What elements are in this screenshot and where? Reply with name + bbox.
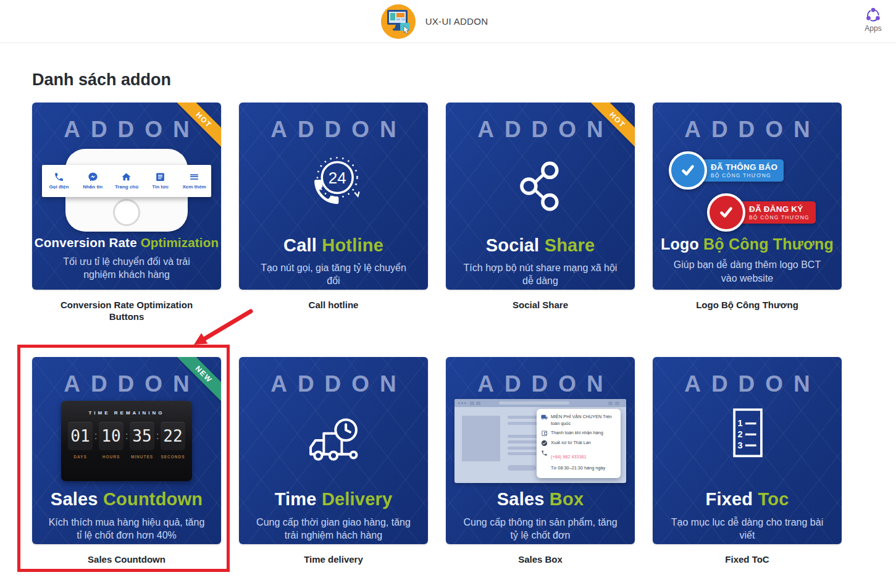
addon-card-fixed-toc: ADDON 1 2 3 Fixed Toc Tạo mục lục dễ bbox=[653, 357, 842, 566]
apps-button[interactable]: Apps bbox=[864, 6, 882, 33]
svg-text:2: 2 bbox=[737, 429, 742, 439]
numbered-list-document-icon: 1 2 3 bbox=[719, 406, 776, 466]
tile-description: Tối ưu tỉ lệ chuyển đổi và trải nghiệm k… bbox=[32, 255, 221, 281]
app-header: UX-UI ADDON Apps bbox=[0, 0, 896, 43]
addon-card-time-delivery: ADDON bbox=[239, 357, 428, 566]
tile-title: Call Hotline bbox=[239, 235, 428, 256]
main-content: Danh sách addon HOT ADDON Gọi điện bbox=[0, 43, 896, 565]
tile-title: Sales Box bbox=[446, 489, 635, 510]
tile-brand-text: ADDON bbox=[239, 117, 428, 143]
sales-box-row-phone: (+84) 982 433361 Từ 08:30–21:30 hàng ngà… bbox=[541, 450, 616, 472]
tile-brand-text: ADDON bbox=[446, 372, 635, 397]
toolbar-item-news: Tin tức bbox=[143, 165, 177, 197]
addon-card-logo-bct: ADDON ĐÃ THÔNG BÁO BỘ CÔNG THƯƠNG bbox=[653, 103, 842, 323]
addon-caption: Fixed ToC bbox=[670, 554, 824, 566]
addon-card-conversion-rate: HOT ADDON Gọi điện Nhắn tin bbox=[32, 103, 221, 323]
toolbar-item-more: Xem thêm bbox=[177, 165, 211, 197]
tile-brand-text: ADDON bbox=[239, 372, 428, 397]
tile-title: Time Delivery bbox=[239, 489, 428, 510]
addon-card-social-share: HOT ADDON Social Share Tích hợp bộ nút s… bbox=[446, 103, 635, 323]
sales-box-row-payment: Thanh toán khi nhận hàng bbox=[541, 430, 616, 437]
news-icon bbox=[155, 172, 165, 182]
countdown-illustration: TIME REMAINING 01 : 10 : 35 : 22 DAYS bbox=[32, 398, 221, 489]
fixed-toc-illustration: 1 2 3 bbox=[653, 398, 842, 489]
tile-brand-text: ADDON bbox=[653, 117, 842, 143]
check-circle-icon bbox=[541, 440, 548, 447]
addon-caption: Social Share bbox=[463, 300, 618, 311]
addon-tile-fixed-toc[interactable]: ADDON 1 2 3 Fixed Toc Tạo mục lục dễ bbox=[653, 357, 842, 544]
phone-24h-icon: 24 bbox=[301, 154, 366, 218]
tile-title: Logo Bộ Công Thương bbox=[653, 235, 842, 253]
app-brand: UX-UI ADDON bbox=[381, 4, 488, 39]
tile-description: Cung cấp thông tin sản phẩm, tăng tỷ lệ … bbox=[446, 516, 635, 542]
svg-text:24: 24 bbox=[329, 169, 346, 187]
addon-tile-call-hotline[interactable]: ADDON 24 Call Hotline Tạo nút gọi, gia t… bbox=[239, 103, 428, 290]
addon-caption: Sales Box bbox=[463, 554, 618, 566]
phone-home-button bbox=[113, 199, 140, 226]
addon-gallery-page: { "header": { "title": "UX-UI ADDON", "a… bbox=[0, 0, 896, 588]
menu-icon bbox=[189, 172, 199, 182]
hotline-number: (+84) 982 433361 bbox=[551, 454, 587, 460]
time-delivery-illustration bbox=[239, 398, 428, 489]
addon-caption: Conversion Rate Optimization Buttons bbox=[49, 300, 204, 323]
working-hours: Từ 08:30–21:30 hàng ngày bbox=[551, 465, 605, 471]
tile-title: Fixed Toc bbox=[653, 489, 842, 510]
call-hotline-illustration: 24 bbox=[239, 144, 428, 235]
cro-toolbar: Gọi điện Nhắn tin Trang chủ Tin tức bbox=[42, 165, 211, 197]
addon-card-sales-countdown: NEW ADDON TIME REMAINING 01 : 10 : 35 : … bbox=[32, 357, 221, 566]
sales-box-row-origin: Xuất xứ từ Thái Lan bbox=[541, 440, 616, 447]
countdown-digits: 01 : 10 : 35 : 22 bbox=[61, 422, 192, 450]
bct-badge-registered: ĐÃ ĐĂNG KÝ BỘ CÔNG THƯƠNG bbox=[707, 193, 816, 232]
addon-caption: Logo Bộ Công Thương bbox=[670, 300, 824, 311]
tile-title: Sales Countdown bbox=[32, 489, 221, 510]
toolbar-item-message: Nhắn tin bbox=[76, 165, 110, 197]
browser-toolbar bbox=[454, 399, 626, 407]
check-circle-icon bbox=[669, 151, 707, 190]
addon-caption: Time delivery bbox=[256, 554, 411, 566]
bct-illustration: ĐÃ THÔNG BÁO BỘ CÔNG THƯƠNG ĐÃ ĐĂNG KÝ B… bbox=[653, 144, 842, 235]
sales-box-illustration: MIỄN PHÍ VẬN CHUYỂN Trên toàn quốc Thanh… bbox=[446, 398, 635, 489]
tile-description: Giúp bạn dễ dàng thêm logo BCT vào websi… bbox=[653, 258, 842, 284]
addon-tile-social-share[interactable]: HOT ADDON Social Share Tích hợp bộ nút s… bbox=[446, 103, 635, 290]
product-image-placeholder bbox=[462, 416, 500, 461]
toolbar-item-home: Trang chủ bbox=[110, 165, 144, 197]
addon-tile-logo-bct[interactable]: ADDON ĐÃ THÔNG BÁO BỘ CÔNG THƯƠNG bbox=[653, 103, 842, 290]
toolbar-item-call: Gọi điện bbox=[42, 165, 76, 197]
countdown-panel: TIME REMAINING 01 : 10 : 35 : 22 DAYS bbox=[61, 401, 192, 481]
addon-caption: Call hotline bbox=[256, 300, 411, 311]
home-icon bbox=[121, 172, 132, 182]
app-title: UX-UI ADDON bbox=[425, 16, 488, 27]
addon-tile-time-delivery[interactable]: ADDON bbox=[239, 357, 428, 544]
delivery-truck-clock-icon bbox=[299, 411, 368, 469]
tile-description: Tích hợp bộ nút share mạng xã hội dễ dàn… bbox=[446, 261, 635, 287]
countdown-heading: TIME REMAINING bbox=[61, 410, 192, 416]
browser-mockup: MIỄN PHÍ VẬN CHUYỂN Trên toàn quốc Thanh… bbox=[454, 399, 626, 483]
svg-text:3: 3 bbox=[737, 440, 742, 450]
tile-title: Social Share bbox=[446, 235, 635, 256]
addon-tile-conversion-rate[interactable]: HOT ADDON Gọi điện Nhắn tin bbox=[32, 103, 221, 290]
addon-caption: Sales Countdown bbox=[49, 554, 204, 566]
social-share-illustration bbox=[446, 144, 635, 235]
page-title: Danh sách addon bbox=[32, 70, 896, 90]
tile-description: Kích thích mua hàng hiệu quả, tăng tỉ lệ… bbox=[32, 516, 221, 542]
messenger-icon bbox=[88, 172, 98, 182]
phone-icon bbox=[54, 172, 64, 182]
cro-illustration: Gọi điện Nhắn tin Trang chủ Tin tức bbox=[32, 144, 221, 235]
apps-icon bbox=[864, 6, 882, 24]
svg-text:1: 1 bbox=[737, 419, 742, 429]
sales-box-row-shipping: MIỄN PHÍ VẬN CHUYỂN Trên toàn quốc bbox=[541, 414, 616, 427]
tile-description: Tạo mục lục dễ dàng cho trang bài viết bbox=[653, 516, 842, 542]
addon-tile-sales-countdown[interactable]: NEW ADDON TIME REMAINING 01 : 10 : 35 : … bbox=[32, 357, 221, 544]
sales-box-widget: MIỄN PHÍ VẬN CHUYỂN Trên toàn quốc Thanh… bbox=[537, 409, 621, 478]
check-circle-icon bbox=[707, 193, 745, 232]
countdown-unit-labels: DAYS HOURS MINUTES SECONDS bbox=[61, 455, 192, 459]
apps-label: Apps bbox=[865, 24, 881, 33]
truck-icon bbox=[541, 414, 548, 421]
share-nodes-icon bbox=[512, 158, 569, 214]
addon-tile-sales-box[interactable]: ADDON bbox=[446, 357, 635, 544]
tile-title: Conversion Rate Optimization bbox=[32, 235, 221, 250]
addon-card-call-hotline: ADDON 24 Call Hotline Tạo nút gọi, gia t… bbox=[239, 103, 428, 323]
addon-grid: HOT ADDON Gọi điện Nhắn tin bbox=[32, 103, 896, 565]
app-logo-icon bbox=[381, 4, 416, 39]
tile-description: Tạo nút gọi, gia tăng tỷ lệ chuyển đổi bbox=[239, 261, 428, 287]
